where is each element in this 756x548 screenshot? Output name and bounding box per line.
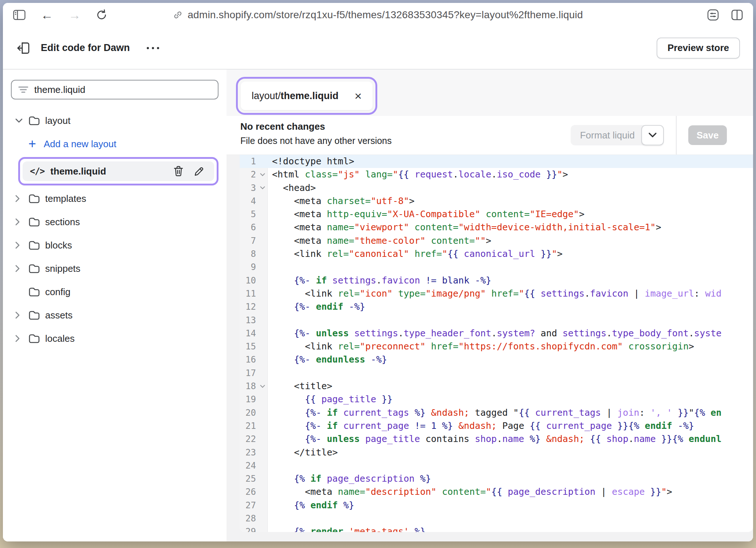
link-icon — [173, 10, 182, 20]
line-number: 6 — [240, 221, 258, 234]
code-line-13[interactable]: 13 — [240, 314, 753, 327]
line-number: 18 — [240, 380, 258, 393]
code-line-2[interactable]: 2<html class="js" lang="{{ request.local… — [240, 168, 753, 181]
code-line-28[interactable]: 28 — [240, 512, 753, 525]
gutter: 9 — [240, 261, 268, 274]
gutter: 16 — [240, 353, 268, 366]
sidebar-item-snippets[interactable]: snippets — [11, 257, 218, 280]
code-text: {% endif %} — [268, 499, 354, 512]
code-line-15[interactable]: 15 <link rel="preconnect" href="https://… — [240, 340, 753, 353]
code-text: {%- if current_page != 1 %} &ndash; Page… — [268, 419, 694, 432]
code-line-7[interactable]: 7 <meta name="theme-color" content=""> — [240, 234, 753, 247]
line-number: 3 — [240, 181, 258, 195]
code-line-16[interactable]: 16 {%- endunless -%} — [240, 353, 753, 366]
sidebar-item-blocks[interactable]: blocks — [11, 234, 218, 257]
code-line-12[interactable]: 12 {%- endif -%} — [240, 300, 753, 313]
code-line-20[interactable]: 20 {%- if current_tags %} &ndash; tagged… — [240, 406, 753, 419]
page-title: Edit code for Dawn — [41, 42, 130, 54]
code-line-18[interactable]: 18 <title> — [240, 380, 753, 393]
chevron-right-icon[interactable] — [15, 265, 20, 272]
code-text: <link rel="canonical" href="{{ canonical… — [268, 247, 563, 261]
sidebar-item-config[interactable]: config — [11, 280, 218, 304]
code-line-11[interactable]: 11 <link rel="icon" type="image/png" hre… — [240, 287, 753, 300]
code-line-5[interactable]: 5 <meta http-equiv="X-UA-Compatible" con… — [240, 208, 753, 221]
chevron-right-icon[interactable] — [15, 242, 20, 249]
file-filter-box[interactable] — [11, 80, 218, 99]
preview-store-button[interactable]: Preview store — [657, 38, 740, 59]
code-line-26[interactable]: 26 <meta name="description" content="{{ … — [240, 485, 753, 498]
code-line-8[interactable]: 8 <link rel="canonical" href="{{ canonic… — [240, 247, 753, 261]
code-line-14[interactable]: 14 {%- unless settings.type_header_font.… — [240, 327, 753, 340]
gutter: 4 — [240, 195, 268, 208]
gutter: 7 — [240, 234, 268, 247]
trash-icon[interactable] — [173, 166, 184, 177]
code-text: </title> — [268, 446, 338, 459]
fold-toggle-icon[interactable] — [260, 385, 265, 388]
gutter: 25 — [240, 472, 268, 485]
code-text: {% if page_description %} — [268, 472, 431, 485]
gutter: 24 — [240, 459, 268, 472]
line-number: 29 — [240, 525, 258, 532]
sidebar-item-sections[interactable]: sections — [11, 210, 218, 234]
sidebar-item-templates[interactable]: templates — [11, 187, 218, 210]
folder-icon — [28, 333, 40, 344]
code-line-17[interactable]: 17 — [240, 367, 753, 380]
line-number: 22 — [240, 432, 258, 446]
add-new-layout-button[interactable]: +Add a new layout — [11, 132, 218, 156]
page-settings-icon[interactable] — [707, 9, 719, 21]
code-line-27[interactable]: 27 {% endif %} — [240, 499, 753, 512]
code-editor[interactable]: 1<!doctype html>2<html class="js" lang="… — [240, 155, 753, 532]
code-line-1[interactable]: 1<!doctype html> — [240, 155, 753, 168]
close-tab-icon[interactable]: × — [355, 90, 362, 102]
pencil-icon[interactable] — [194, 166, 204, 177]
code-line-23[interactable]: 23 </title> — [240, 446, 753, 459]
code-line-9[interactable]: 9 — [240, 261, 753, 274]
code-line-25[interactable]: 25 {% if page_description %} — [240, 472, 753, 485]
gutter: 26 — [240, 485, 268, 498]
code-line-10[interactable]: 10 {%- if settings.favicon != blank -%} — [240, 274, 753, 287]
address-bar[interactable]: admin.shopify.com/store/rzq1xu-f5/themes… — [173, 9, 583, 21]
sidebar-item-theme.liquid[interactable]: </>theme.liquid — [23, 161, 214, 181]
fold-toggle-icon[interactable] — [260, 186, 265, 189]
code-line-29[interactable]: 29 {% render 'meta-tags' %} — [240, 525, 753, 532]
file-filter-input[interactable] — [34, 84, 211, 95]
format-liquid-dropdown-button[interactable] — [641, 125, 664, 145]
reload-icon[interactable] — [96, 9, 107, 21]
gutter: 5 — [240, 208, 268, 221]
sidebar-toggle-icon[interactable] — [13, 10, 25, 20]
line-number: 21 — [240, 419, 258, 432]
sidebar-item-layout[interactable]: layout — [11, 109, 218, 132]
split-view-icon[interactable] — [731, 9, 743, 20]
gutter: 29 — [240, 525, 268, 532]
chevron-right-icon[interactable] — [15, 195, 20, 202]
folder-icon — [28, 116, 40, 126]
code-line-21[interactable]: 21 {%- if current_page != 1 %} &ndash; P… — [240, 419, 753, 432]
tab-layout-theme-liquid[interactable]: layout/theme.liquid × — [241, 82, 373, 110]
exit-editor-icon[interactable] — [16, 41, 31, 55]
folder-label: sections — [45, 216, 80, 228]
code-line-4[interactable]: 4 <meta charset="utf-8"> — [240, 195, 753, 208]
forward-button-icon[interactable]: → — [68, 9, 81, 21]
chevron-right-icon[interactable] — [15, 335, 20, 342]
code-text: {%- unless page_title contains shop.name… — [268, 432, 721, 446]
sidebar-item-locales[interactable]: locales — [11, 327, 218, 350]
code-line-3[interactable]: 3 <head> — [240, 181, 753, 195]
more-actions-button[interactable] — [147, 47, 159, 49]
code-text — [268, 367, 272, 380]
gutter: 27 — [240, 499, 268, 512]
sidebar-item-assets[interactable]: assets — [11, 304, 218, 327]
code-text — [268, 261, 272, 274]
code-line-24[interactable]: 24 — [240, 459, 753, 472]
format-liquid-button[interactable]: Format liquid — [571, 125, 644, 145]
back-button-icon[interactable]: ← — [41, 9, 53, 21]
chevron-down-icon[interactable] — [15, 118, 23, 123]
code-line-19[interactable]: 19 {{ page_title }} — [240, 393, 753, 406]
fold-toggle-icon[interactable] — [260, 173, 265, 176]
code-line-6[interactable]: 6 <meta name="viewport" content="width=d… — [240, 221, 753, 234]
line-number: 25 — [240, 472, 258, 485]
chevron-right-icon[interactable] — [15, 312, 20, 319]
gutter: 6 — [240, 221, 268, 234]
chevron-right-icon[interactable] — [15, 218, 20, 226]
code-line-22[interactable]: 22 {%- unless page_title contains shop.n… — [240, 432, 753, 446]
save-button[interactable]: Save — [688, 125, 727, 145]
